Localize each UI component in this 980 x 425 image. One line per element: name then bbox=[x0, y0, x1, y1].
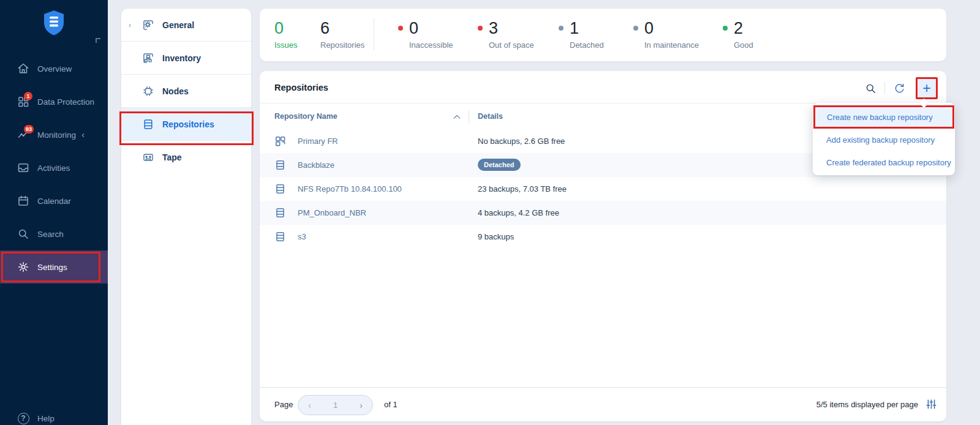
repository-details: 4 backups, 4.2 GB free bbox=[478, 208, 559, 217]
sidebar-item-activities[interactable]: Activities bbox=[0, 151, 108, 184]
sidebar-item-label: Overview bbox=[37, 64, 72, 73]
previous-page-button[interactable]: ‹ bbox=[308, 400, 311, 410]
sidebar-item-label: Data Protection bbox=[37, 97, 94, 107]
nav-item-general[interactable]: › General bbox=[121, 9, 251, 42]
items-per-page-info: 5/5 items displayed per page bbox=[816, 400, 918, 409]
menu-item-label: Add existing backup repository bbox=[826, 135, 935, 145]
sidebar-nav: Overview 1 Data Protection 93 M bbox=[0, 52, 108, 284]
main-sidebar: Overview 1 Data Protection 93 M bbox=[0, 0, 108, 425]
stat-issues: 0 Issues bbox=[274, 19, 298, 50]
settings-gear-icon bbox=[17, 261, 29, 273]
sidebar-item-label: Activities bbox=[37, 164, 70, 173]
current-page-number[interactable]: 1 bbox=[333, 401, 337, 410]
table-row-pm-onboard[interactable]: PM_Onboard_NBR 4 backups, 4.2 GB free bbox=[260, 201, 946, 225]
home-icon bbox=[17, 62, 29, 75]
column-header-repository-name[interactable]: Repository Name bbox=[274, 112, 337, 121]
detached-status-badge: Detached bbox=[478, 159, 521, 171]
data-protection-badge: 1 bbox=[24, 92, 32, 100]
repository-name[interactable]: Backblaze bbox=[298, 160, 334, 170]
menu-item-label: Create new backup repository bbox=[827, 113, 933, 122]
sidebar-item-help[interactable]: ? Help bbox=[0, 402, 108, 425]
column-header-details[interactable]: Details bbox=[478, 112, 503, 121]
sidebar-collapse-icon[interactable] bbox=[96, 38, 100, 43]
inventory-icon bbox=[142, 52, 154, 64]
activities-icon bbox=[17, 162, 29, 174]
next-page-button[interactable]: › bbox=[360, 400, 363, 410]
menu-item-label: Create federated backup repository bbox=[826, 158, 951, 167]
repository-name[interactable]: NFS Repo7Tb 10.84.100.100 bbox=[298, 184, 402, 194]
status-dot-red bbox=[478, 26, 483, 31]
repository-name[interactable]: PM_Onboard_NBR bbox=[298, 208, 366, 217]
chevron-left-icon[interactable]: ‹ bbox=[81, 130, 85, 140]
sidebar-item-label: Calendar bbox=[37, 197, 71, 206]
search-button[interactable] bbox=[860, 78, 881, 99]
help-icon: ? bbox=[17, 412, 29, 424]
detached-label: Detached bbox=[570, 40, 604, 50]
repository-name[interactable]: s3 bbox=[298, 232, 306, 241]
sidebar-item-overview[interactable]: Overview bbox=[0, 52, 108, 85]
nav-item-label: Nodes bbox=[162, 86, 189, 96]
sort-ascending-icon[interactable] bbox=[453, 115, 461, 119]
repositories-stats-card: 0 Issues 6 Repositories 0 Inaccessible 3… bbox=[260, 9, 946, 61]
stat-detached: 1 Detached bbox=[559, 19, 604, 50]
add-repository-menu: Create new backup repository Add existin… bbox=[813, 103, 955, 175]
repository-icon bbox=[274, 207, 286, 219]
issues-count: 0 bbox=[274, 19, 298, 37]
sidebar-item-settings[interactable]: Settings bbox=[0, 250, 108, 284]
repository-details: 23 backups, 7.03 TB free bbox=[478, 184, 567, 194]
issues-label: Issues bbox=[274, 40, 298, 50]
nav-item-label: Inventory bbox=[162, 53, 201, 63]
sidebar-item-label: Search bbox=[37, 230, 64, 239]
stats-divider bbox=[374, 18, 374, 50]
sidebar-item-calendar[interactable]: Calendar bbox=[0, 184, 108, 217]
sidebar-item-label: Monitoring bbox=[37, 130, 76, 140]
in-maintenance-label: In maintenance bbox=[644, 40, 699, 50]
table-row-s3[interactable]: s3 9 backups bbox=[260, 225, 946, 249]
status-dot-slate bbox=[633, 26, 638, 31]
toolbar-divider bbox=[884, 82, 885, 94]
data-protection-icon: 1 bbox=[17, 96, 29, 108]
monitoring-badge: 93 bbox=[24, 125, 34, 134]
inaccessible-label: Inaccessible bbox=[409, 40, 453, 50]
in-maintenance-count: 0 bbox=[644, 19, 699, 37]
federated-repository-icon bbox=[274, 135, 286, 147]
column-divider[interactable] bbox=[469, 110, 469, 123]
settings-nav-panel: › General Inventory bbox=[121, 9, 251, 425]
menu-item-create-new-backup-repository[interactable]: Create new backup repository bbox=[813, 105, 954, 129]
refresh-button[interactable] bbox=[889, 78, 910, 99]
status-dot-slate bbox=[559, 26, 564, 31]
sidebar-item-search[interactable]: Search bbox=[0, 217, 108, 250]
panel-title: Repositories bbox=[274, 83, 328, 92]
detached-count: 1 bbox=[570, 19, 604, 37]
panel-toolbar: + bbox=[860, 77, 938, 99]
repository-details: 9 backups bbox=[478, 232, 514, 241]
nav-item-nodes[interactable]: Nodes bbox=[121, 75, 251, 108]
total-pages-label: of 1 bbox=[384, 400, 398, 409]
table-row-nfs-repo[interactable]: NFS Repo7Tb 10.84.100.100 23 backups, 7.… bbox=[260, 177, 946, 201]
page-size-settings-icon[interactable] bbox=[926, 399, 937, 410]
stat-repositories: 6 Repositories bbox=[320, 19, 364, 50]
out-of-space-label: Out of space bbox=[489, 40, 534, 50]
inaccessible-count: 0 bbox=[409, 19, 453, 37]
repository-name[interactable]: Primary FR bbox=[298, 137, 338, 146]
nav-item-label: Tape bbox=[162, 152, 182, 162]
sidebar-item-data-protection[interactable]: 1 Data Protection bbox=[0, 85, 108, 118]
sidebar-item-monitoring[interactable]: 93 Monitoring ‹ bbox=[0, 118, 108, 151]
stat-good: 2 Good bbox=[723, 19, 753, 50]
search-icon bbox=[17, 228, 29, 240]
nav-item-tape[interactable]: Tape bbox=[121, 141, 251, 174]
add-repository-button[interactable]: + bbox=[916, 77, 938, 99]
sidebar-item-label: Help bbox=[37, 414, 55, 423]
status-dot-red bbox=[398, 26, 403, 31]
menu-item-add-existing-backup-repository[interactable]: Add existing backup repository bbox=[813, 129, 955, 151]
status-dot-green bbox=[723, 26, 728, 31]
table-footer: Page ‹ 1 › of 1 5/5 items displayed per … bbox=[260, 388, 946, 421]
nav-item-repositories[interactable]: Repositories bbox=[121, 108, 251, 141]
general-settings-icon bbox=[142, 19, 154, 31]
chevron-right-icon[interactable]: › bbox=[129, 21, 131, 29]
nodes-cpu-icon bbox=[142, 85, 154, 97]
calendar-icon bbox=[17, 195, 29, 207]
nav-item-inventory[interactable]: Inventory bbox=[121, 42, 251, 75]
stat-in-maintenance: 0 In maintenance bbox=[633, 19, 699, 50]
menu-item-create-federated-backup-repository[interactable]: Create federated backup repository bbox=[813, 151, 955, 174]
